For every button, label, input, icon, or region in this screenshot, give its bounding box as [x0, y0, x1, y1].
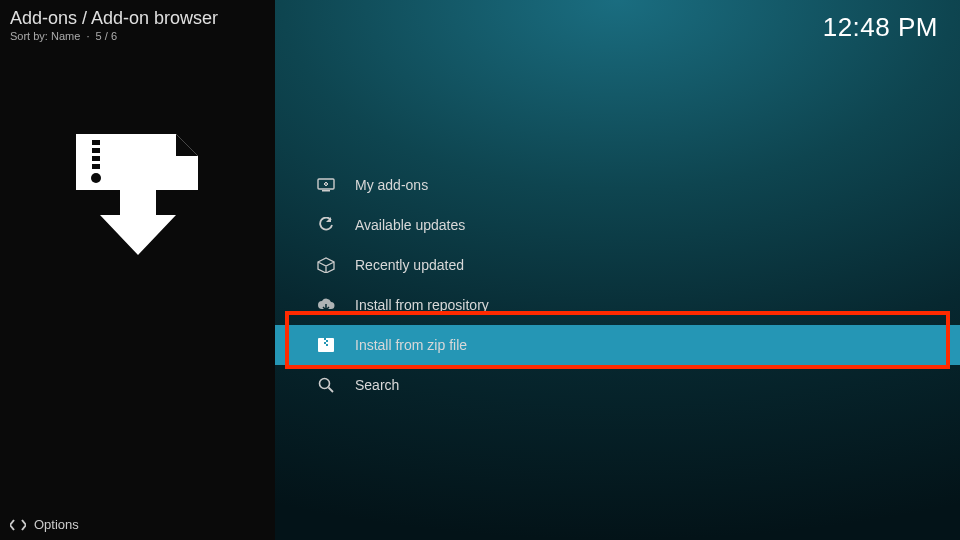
- zip-icon: [315, 337, 337, 353]
- menu-item-label: Recently updated: [355, 257, 464, 273]
- menu-item-label: Install from repository: [355, 297, 489, 313]
- header: Add-ons / Add-on browser Sort by: Name ·…: [10, 8, 218, 42]
- menu-item-search[interactable]: Search: [275, 365, 960, 405]
- menu-item-label: Search: [355, 377, 399, 393]
- svg-rect-11: [324, 342, 326, 344]
- search-icon: [315, 377, 337, 393]
- app-root: Add-ons / Add-on browser Sort by: Name ·…: [0, 0, 960, 540]
- menu-item-label: Available updates: [355, 217, 465, 233]
- options-icon: [10, 518, 26, 532]
- main-panel: 12:48 PM My add-ons Available updates Re…: [275, 0, 960, 540]
- sidebar: Add-ons / Add-on browser Sort by: Name ·…: [0, 0, 275, 540]
- svg-rect-2: [92, 148, 100, 153]
- svg-point-5: [91, 173, 101, 183]
- menu-item-my-addons[interactable]: My add-ons: [275, 165, 960, 205]
- svg-rect-1: [92, 140, 100, 145]
- menu-item-install-repository[interactable]: Install from repository: [275, 285, 960, 325]
- screen-icon: [315, 178, 337, 192]
- svg-point-13: [320, 379, 330, 389]
- menu-list: My add-ons Available updates Recently up…: [275, 165, 960, 405]
- svg-rect-12: [326, 344, 328, 346]
- svg-rect-4: [92, 164, 100, 169]
- menu-item-recently-updated[interactable]: Recently updated: [275, 245, 960, 285]
- clock: 12:48 PM: [823, 12, 938, 43]
- svg-rect-3: [92, 156, 100, 161]
- menu-item-install-zip[interactable]: Install from zip file: [275, 325, 960, 365]
- zip-download-icon: [68, 130, 208, 260]
- breadcrumb: Add-ons / Add-on browser: [10, 8, 218, 29]
- cloud-down-icon: [315, 298, 337, 312]
- svg-rect-10: [326, 340, 328, 342]
- refresh-icon: [315, 217, 337, 233]
- svg-line-14: [329, 388, 334, 393]
- menu-item-available-updates[interactable]: Available updates: [275, 205, 960, 245]
- menu-item-label: Install from zip file: [355, 337, 467, 353]
- menu-item-label: My add-ons: [355, 177, 428, 193]
- box-icon: [315, 257, 337, 273]
- svg-rect-9: [324, 338, 326, 340]
- sort-line: Sort by: Name · 5 / 6: [10, 30, 218, 42]
- list-position: 5 / 6: [96, 30, 117, 42]
- options-button[interactable]: Options: [10, 517, 79, 532]
- svg-rect-7: [322, 190, 330, 192]
- sort-value: Name: [51, 30, 80, 42]
- sort-label: Sort by:: [10, 30, 48, 42]
- options-label: Options: [34, 517, 79, 532]
